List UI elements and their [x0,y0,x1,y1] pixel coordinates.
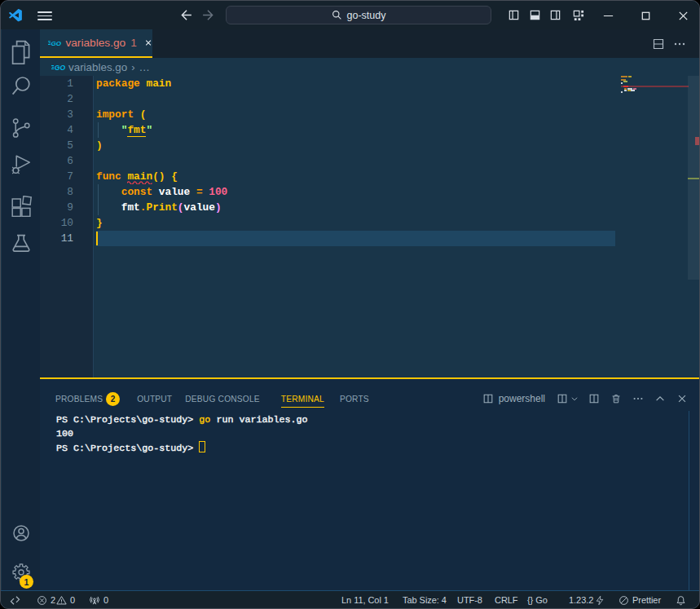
svg-text:GO: GO [55,64,65,72]
svg-text:GO: GO [51,40,61,47]
